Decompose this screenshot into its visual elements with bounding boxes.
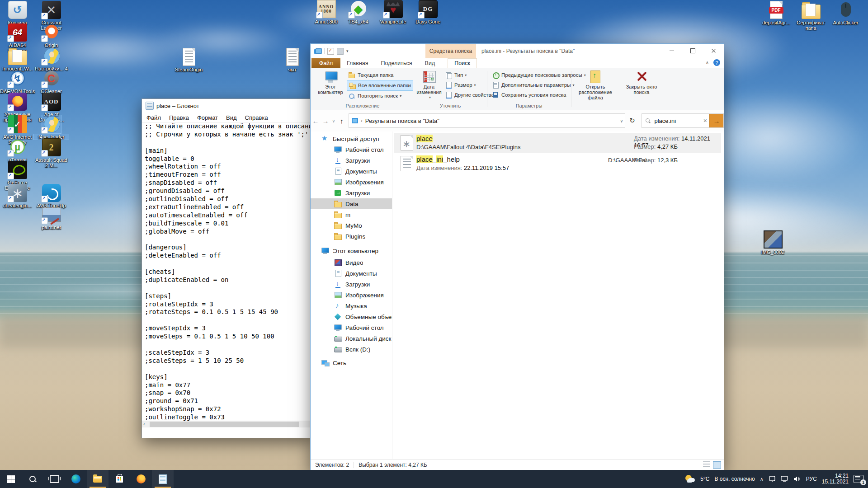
menu-view[interactable]: Вид <box>226 114 237 121</box>
this-computer-button[interactable]: Этот компьютер <box>317 69 344 102</box>
current-folder-button[interactable]: Текущая папка <box>347 70 413 80</box>
menu-file[interactable]: Файл <box>146 114 161 121</box>
address-bar[interactable]: › Результаты поиска в "Data" ∨ <box>349 113 626 128</box>
tray-weather-text[interactable]: В осн. солнечно <box>714 476 755 482</box>
clear-search-icon[interactable]: × <box>703 117 707 124</box>
recent-locations-caret[interactable]: ∨ <box>330 118 337 123</box>
desktop-icon-steamorigin[interactable]: SteamOrigin <box>171 48 206 72</box>
desktop-icon-sertifikat-papa[interactable]: Сертификат папа <box>793 1 828 31</box>
desktop-icon-utorrent[interactable]: µµTorrent <box>0 138 35 163</box>
nav-item-изображения[interactable]: Изображения <box>311 177 392 188</box>
tab-search[interactable]: Поиск <box>448 58 477 68</box>
menu-format[interactable]: Формат <box>197 114 218 121</box>
nav-item-всяк-d-[interactable]: Всяк (D:) <box>311 344 392 355</box>
nav-item-рабочий-стол[interactable]: Рабочий стол <box>311 144 392 155</box>
desktop-icon-days-gone[interactable]: DGDays Gone <box>410 0 445 24</box>
notification-center-icon[interactable]: 1 <box>854 475 863 483</box>
tab-share[interactable]: Поделиться <box>375 58 419 68</box>
search-box[interactable]: place.ini × → <box>642 113 724 128</box>
forward-button[interactable]: → <box>321 117 330 125</box>
taskbar-notepad[interactable] <box>152 470 174 488</box>
nav-item-изображения[interactable]: Изображения <box>311 290 392 300</box>
taskbar-search-button[interactable] <box>22 470 43 488</box>
all-subfolders-button[interactable]: Все вложенные папки <box>347 80 413 91</box>
qat-customize-caret-icon[interactable]: ▾ <box>346 49 349 53</box>
qat-properties-icon[interactable] <box>327 48 334 55</box>
explorer-titlebar[interactable]: ▾ Средства поиска place.ini - Результаты… <box>311 44 724 58</box>
nav-item-музыка[interactable]: Музыка <box>311 300 392 311</box>
tray-temperature[interactable]: 5°C <box>700 476 709 482</box>
nav-item-видео[interactable]: Видео <box>311 257 392 268</box>
up-button[interactable]: ↑ <box>337 117 347 125</box>
nav-item-data[interactable]: Data <box>311 198 392 209</box>
desktop-icon-recycle-bin[interactable]: Корзина <box>0 1 35 25</box>
address-dropdown-icon[interactable]: ∨ <box>620 118 623 123</box>
tab-view[interactable]: Вид <box>419 58 442 68</box>
open-file-location-button[interactable]: Открыть расположение файла <box>573 69 618 102</box>
language-indicator[interactable]: РУС <box>806 476 817 482</box>
help-icon[interactable]: ? <box>713 59 720 66</box>
nav-item-загрузки[interactable]: Загрузки <box>311 188 392 198</box>
desktop-icon-assault-squad-2[interactable]: 2Assault Squad 2 M... <box>34 138 69 168</box>
close-button[interactable] <box>703 44 724 58</box>
file-row-place[interactable]: place D:\GAAAM\Fallout 4\Data\F4SE\Plugi… <box>394 133 721 153</box>
desktop-icon-ts4-x64[interactable]: TS4_x64 <box>341 0 376 24</box>
desktop-icon-origin[interactable]: Origin <box>34 23 69 48</box>
taskbar-explorer[interactable] <box>87 470 108 488</box>
desktop-icon-paint-net[interactable]: paint.net <box>34 206 69 230</box>
search-again-button[interactable]: Повторить поиск <box>347 91 413 101</box>
nav-item-локальный-диск-c-[interactable]: Локальный диск (C:) <box>311 333 392 344</box>
nav-item-загрузки[interactable]: Загрузки <box>311 155 392 166</box>
nav-item-mymo[interactable]: MyMo <box>311 220 392 231</box>
desktop-icon-avg-tuneup[interactable]: AVG TuneUp <box>34 184 69 208</box>
breadcrumb[interactable]: Результаты поиска в "Data" <box>365 117 439 124</box>
taskbar-store[interactable] <box>108 470 130 488</box>
nav-item-документы[interactable]: Документы <box>311 268 392 279</box>
notepad-horizontal-scrollbar[interactable]: ‹ <box>142 421 312 427</box>
desktop-icon-chyt[interactable]: чыт <box>275 48 310 72</box>
menu-help[interactable]: Справка <box>245 114 268 121</box>
desktop-icon-nastroyki-4[interactable]: Настройки... 4 <box>34 47 69 71</box>
desktop-icon-vampirelife[interactable]: VampireLife <box>376 0 410 24</box>
minimize-button[interactable] <box>661 44 682 58</box>
nav-item-рабочий-стол[interactable]: Рабочий стол <box>311 322 392 333</box>
desktop-icon-img-0002[interactable]: IMG_0002 <box>755 230 790 255</box>
nav-item-сеть[interactable]: Сеть <box>311 357 392 368</box>
desktop-icon-deposit-pdf[interactable]: PDFdepositAgr... <box>759 1 793 25</box>
scrollbar-thumb[interactable] <box>150 422 299 427</box>
task-view-button[interactable] <box>43 470 65 488</box>
nav-item-этот-компьютер[interactable]: Этот компьютер <box>311 245 392 256</box>
taskbar-firefox[interactable] <box>130 470 152 488</box>
file-row-place-ini-help[interactable]: place_ini_help Дата изменения: 22.11.201… <box>394 154 721 174</box>
search-go-button[interactable]: → <box>709 114 723 127</box>
desktop-icon-f4se-loader[interactable]: f4se_loader <box>34 115 69 140</box>
back-button[interactable]: ← <box>311 117 321 125</box>
date-modified-button[interactable]: Дата изменения <box>415 69 443 102</box>
nav-item-объемные-объекты[interactable]: Объемные объекты <box>311 311 392 322</box>
search-input-value[interactable]: place.ini <box>654 117 676 124</box>
start-button[interactable] <box>0 470 22 488</box>
notepad-text-area[interactable]: ;; Читайте описание каждой функции в опи… <box>142 122 312 422</box>
desktop-icon-autoclicker[interactable]: AutoClicker <box>828 1 863 25</box>
weather-icon[interactable] <box>685 475 695 483</box>
desktop-icon-cheatengine[interactable]: cheatengin... <box>0 184 35 208</box>
ribbon-collapse-icon[interactable]: ∧ <box>706 60 709 65</box>
nav-item-быстрый-доступ[interactable]: Быстрый доступ <box>311 133 392 144</box>
nav-item-документы[interactable]: Документы <box>311 166 392 177</box>
close-search-button[interactable]: Закрыть окно поиска <box>623 69 660 102</box>
desktop-icon-anno-1800[interactable]: ANNO 1800Anno1800 <box>309 0 344 24</box>
desktop-icon-ccleaner[interactable]: CCleaner <box>34 70 69 94</box>
thumbnails-view-icon[interactable] <box>713 461 721 469</box>
volume-icon[interactable] <box>793 476 801 482</box>
qat-newfolder-icon[interactable] <box>337 48 344 55</box>
screen-cast-icon[interactable] <box>769 476 776 482</box>
tab-file[interactable]: Файл <box>311 58 340 68</box>
clock[interactable]: 14:21 15.11.2021 <box>822 473 849 485</box>
details-view-icon[interactable] <box>703 461 710 468</box>
nav-item-загрузки[interactable]: Загрузки <box>311 279 392 290</box>
nav-item-plugins[interactable]: Plugins <box>311 231 392 242</box>
scroll-left-arrow-icon[interactable]: ‹ <box>143 421 145 427</box>
notepad-titlebar[interactable]: place – Блокнот <box>142 99 312 113</box>
desktop-icon-innocent-folder[interactable]: Innocent_W... <box>0 47 35 71</box>
refresh-button[interactable]: ↻ <box>625 114 639 127</box>
